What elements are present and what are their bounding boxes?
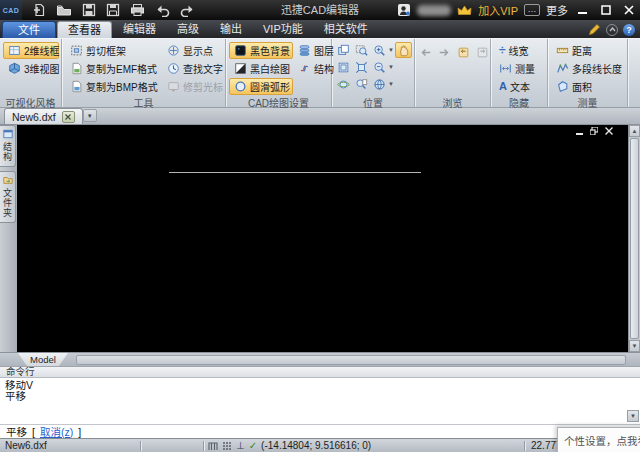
bw-drawing-button[interactable]: 黑白绘图 [229, 60, 293, 77]
copy-bmp-button[interactable]: 复制为BMP格式 [65, 78, 162, 95]
document-tab[interactable]: New6.dxf [4, 108, 83, 124]
horizontal-scrollbar-thumb[interactable] [76, 355, 626, 365]
structure-icon [298, 62, 311, 75]
tab-viewer[interactable]: 查看器 [57, 21, 112, 38]
copy-emf-button[interactable]: 复制为EMF格式 [65, 60, 162, 77]
vertical-scrollbar-thumb[interactable] [630, 138, 639, 339]
quick-access-toolbar [32, 3, 195, 17]
zoom-in-dropdown-icon[interactable]: ▼ [388, 47, 394, 53]
side-tab-folders[interactable]: 文件夹 [0, 171, 16, 223]
tab-related-software[interactable]: 相关软件 [314, 21, 378, 38]
command-input-row[interactable]: 平移 [ 取消(z) ] [0, 424, 640, 438]
polyline-length-label: 多段线长度 [572, 61, 622, 76]
zoom-all-icon[interactable] [371, 76, 388, 92]
print-icon[interactable] [130, 3, 145, 17]
vip-crown-icon[interactable] [457, 5, 472, 16]
zoom-out-icon[interactable] [371, 59, 388, 75]
mdi-minimize-icon[interactable] [576, 128, 583, 135]
previous-window-icon[interactable] [335, 59, 352, 75]
zoom-window-icon[interactable] [353, 42, 370, 58]
pencil-edit-icon[interactable] [588, 23, 601, 36]
zoom-in-icon[interactable] [371, 42, 388, 58]
tab-list-dropdown-icon[interactable]: ▼ [83, 109, 97, 122]
pan-hand-icon[interactable] [395, 42, 412, 58]
personal-settings-tooltip[interactable]: 个性设置，点我看看 [557, 427, 640, 452]
vertical-scrollbar[interactable]: ▲ ▼ [628, 125, 640, 352]
collapse-ribbon-icon[interactable] [606, 24, 618, 36]
undo-icon[interactable] [155, 4, 170, 17]
more-options-icon[interactable]: … [524, 4, 540, 16]
username-blurred[interactable] [417, 5, 451, 16]
tab-editor[interactable]: 编辑器 [113, 21, 166, 38]
polyline-length-button[interactable]: 多段线长度 [551, 60, 625, 77]
ortho-mode-icon[interactable]: ⊥ [236, 441, 245, 451]
zoom-all-dropdown-icon[interactable]: ▼ [388, 81, 394, 87]
undo-view-icon[interactable] [456, 44, 471, 60]
open-file-icon[interactable] [56, 4, 72, 17]
scroll-up-icon[interactable]: ▲ [629, 125, 640, 137]
orbit-3d-icon[interactable] [335, 76, 352, 92]
file-menu-button[interactable]: 文件 [2, 21, 56, 38]
group-label-position: 位置 [332, 95, 414, 107]
wireframe-2d-button[interactable]: 2维线框 [3, 42, 59, 59]
hide-text-label: 文本 [510, 79, 530, 94]
show-points-button[interactable]: 显示点 [162, 42, 228, 59]
more-menu[interactable]: 更多 [546, 2, 568, 18]
scroll-down-icon[interactable]: ▼ [629, 340, 640, 352]
command-history-line: 平移 [5, 391, 640, 402]
zoom-extents-icon[interactable] [353, 59, 370, 75]
main-area: 结构 文件夹 ▲ ▼ [0, 125, 640, 352]
crop-frame-button[interactable]: 剪切框架 [65, 42, 162, 59]
drawing-canvas[interactable] [17, 125, 628, 352]
find-text-button[interactable]: 查找文字 [162, 60, 228, 77]
drawn-line-entity[interactable] [169, 172, 421, 173]
group-label-visual-style: 可视化风格 [0, 95, 61, 107]
trim-cursor-button: 修剪光标 [162, 78, 228, 95]
close-button[interactable] [620, 3, 637, 17]
area-button[interactable]: 面积 [551, 78, 625, 95]
model-tab[interactable]: Model [18, 353, 68, 366]
status-bar: New6.dxf ⊥ ✓ (-14.14804; 9.516616; 0) 22… [0, 438, 640, 452]
maximize-button[interactable] [597, 3, 614, 17]
structure-panel-icon [3, 129, 13, 139]
black-background-button[interactable]: 黑色背景 [229, 42, 293, 59]
distance-button[interactable]: 距离 [551, 42, 625, 59]
smooth-arc-button[interactable]: 圆滑弧形 [229, 78, 293, 95]
snap-marker-icon[interactable] [208, 441, 218, 451]
join-vip-button[interactable]: 加入VIP [478, 2, 518, 18]
black-background-label: 黑色背景 [250, 43, 290, 58]
draft-check-icon[interactable]: ✓ [249, 441, 257, 451]
save-as-icon[interactable] [106, 3, 120, 17]
new-file-icon[interactable] [32, 3, 46, 17]
user-account-icon[interactable] [397, 3, 411, 17]
redo-icon[interactable] [180, 4, 195, 17]
command-history-line: 移动V [5, 380, 640, 391]
tab-output[interactable]: 输出 [210, 21, 252, 38]
help-icon[interactable]: ? [623, 24, 635, 36]
ribbon-group-position: ▼ ▼ ▼ 位置 [332, 39, 415, 107]
tab-vip-features[interactable]: VIP功能 [253, 21, 313, 38]
hide-text-button[interactable]: A 文本 [494, 78, 545, 95]
pan-view-icon[interactable] [335, 42, 352, 58]
save-icon[interactable] [82, 3, 96, 17]
side-tab-structure[interactable]: 结构 [0, 125, 16, 167]
view-3d-button[interactable]: 3维视图 [3, 60, 59, 77]
document-tab-close-icon[interactable] [62, 111, 75, 123]
crop-frame-label: 剪切框架 [86, 43, 126, 58]
area-icon [556, 80, 569, 93]
hide-measure-button[interactable]: 测量 [494, 60, 545, 77]
minimize-button[interactable] [574, 3, 591, 17]
copy-emf-label: 复制为EMF格式 [86, 61, 157, 76]
mdi-restore-icon[interactable] [590, 127, 598, 135]
line-width-button[interactable]: ÷ 线宽 [494, 42, 545, 59]
tab-advanced[interactable]: 高级 [167, 21, 209, 38]
command-scroll-down-icon[interactable]: ▼ [627, 410, 639, 422]
mdi-close-icon[interactable] [605, 127, 613, 135]
cancel-command-link[interactable]: 取消(z) [40, 426, 73, 438]
zoom-out-dropdown-icon[interactable]: ▼ [388, 64, 394, 70]
grid-snap-icon[interactable] [222, 441, 232, 451]
zoom-previous-icon[interactable] [353, 76, 370, 92]
status-empty-segment [141, 439, 203, 452]
side-tab-structure-label: 结构 [1, 142, 14, 162]
copy-bmp-icon [70, 80, 83, 93]
